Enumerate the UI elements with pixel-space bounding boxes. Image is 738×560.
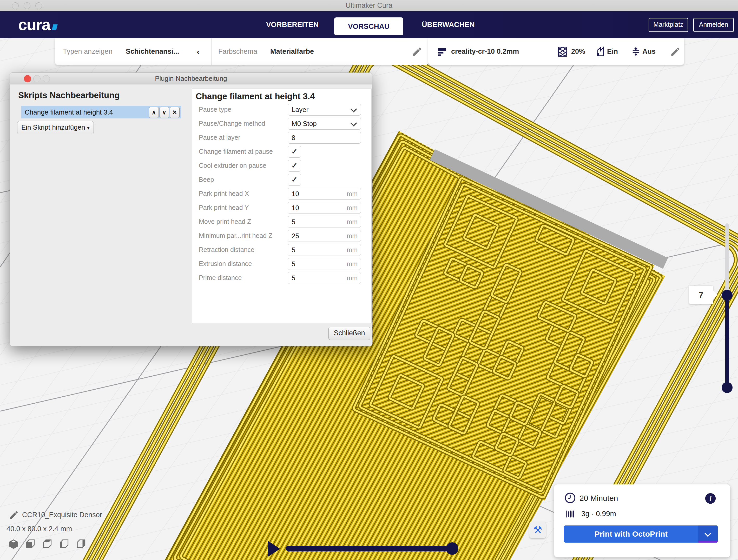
- minimum-park-z-input[interactable]: 25mm: [288, 230, 361, 242]
- pause-at-layer-input[interactable]: 8: [288, 132, 361, 144]
- layer-slider-lower-handle[interactable]: [722, 382, 733, 393]
- dialog-title: Plugin Nachbearbeitung: [10, 73, 372, 84]
- pause-type-select[interactable]: Layer: [288, 104, 361, 116]
- info-icon[interactable]: i: [705, 493, 716, 504]
- signin-button[interactable]: Anmelden: [693, 18, 734, 32]
- view-left-icon[interactable]: [58, 538, 70, 550]
- script-settings-panel: Change filament at height 3.4 Pause type…: [192, 89, 372, 324]
- field-row-retraction-distance: Retraction distance 5mm: [192, 244, 371, 255]
- beep-checkbox[interactable]: ✓: [288, 174, 301, 186]
- add-script-dropdown[interactable]: Ein Skript hinzufügen ▾: [17, 121, 94, 134]
- field-row-prime-distance: Prime distance 5mm: [192, 272, 371, 284]
- field-row-move-z: Move print head Z 5mm: [192, 216, 371, 227]
- clock-icon: [565, 492, 576, 504]
- scheme-value-dropdown[interactable]: Materialfarbe: [270, 38, 314, 65]
- scripts-heading: Skripts Nachbearbeitung: [18, 90, 120, 100]
- path-slider-track[interactable]: [286, 546, 453, 551]
- field-label: Park print head Y: [199, 202, 249, 213]
- field-label: Cool extruder on pause: [199, 160, 266, 171]
- adhesion-value: Aus: [642, 38, 656, 65]
- chevron-down-icon: [350, 106, 357, 112]
- view-top-icon[interactable]: [42, 538, 53, 550]
- model-size: 40.0 x 80.0 x 2.4 mm: [6, 525, 72, 533]
- field-row-minimum-park-z: Minimum par...rint head Z 25mm: [192, 230, 371, 241]
- park-x-input[interactable]: 10mm: [288, 188, 361, 200]
- view-front-icon[interactable]: [25, 538, 36, 550]
- collapse-panel-icon[interactable]: ‹: [197, 38, 200, 65]
- cool-extruder-checkbox[interactable]: ✓: [288, 160, 301, 172]
- print-options-dropdown[interactable]: [698, 525, 718, 543]
- layer-number-tooltip: 7: [689, 286, 713, 304]
- field-label: Beep: [199, 174, 214, 185]
- move-script-down-button[interactable]: ∨: [159, 107, 169, 118]
- park-y-input[interactable]: 10mm: [288, 202, 361, 214]
- chevron-down-icon: [705, 530, 711, 537]
- toolbar-divider: [211, 38, 212, 65]
- view-3d-icon[interactable]: [8, 538, 19, 550]
- view-right-icon[interactable]: [75, 538, 87, 550]
- material-estimate: 3g · 0.99m: [581, 510, 616, 518]
- infill-value: 20%: [571, 38, 585, 65]
- field-label: Pause at layer: [199, 132, 240, 143]
- field-row-cool-extruder: Cool extruder on pause ✓: [192, 160, 371, 171]
- scheme-label: Farbschema: [218, 38, 257, 65]
- post-processing-dialog: Plugin Nachbearbeitung Skripts Nachbearb…: [10, 72, 372, 346]
- edit-colorscheme-pencil-icon[interactable]: [412, 46, 422, 57]
- tab-vorbereiten[interactable]: VORBEREITEN: [263, 11, 322, 38]
- layer-slider-range[interactable]: [725, 295, 729, 388]
- field-row-pause-type: Pause type Layer: [192, 104, 371, 115]
- field-row-beep: Beep ✓: [192, 174, 371, 185]
- print-with-octoprint-button[interactable]: Print with OctoPrint: [564, 525, 718, 543]
- field-label: Pause/Change method: [199, 118, 265, 129]
- field-label: Prime distance: [199, 272, 242, 284]
- path-slider-handle[interactable]: [446, 542, 458, 555]
- dialog-titlebar[interactable]: Plugin Nachbearbeitung: [10, 73, 372, 84]
- chevron-down-icon: [350, 120, 357, 126]
- model-name: CCR10_Exquisite Densor: [22, 511, 102, 519]
- print-time-estimate: 20 Minuten: [580, 494, 618, 503]
- play-icon[interactable]: [268, 541, 280, 557]
- move-z-input[interactable]: 5mm: [288, 216, 361, 228]
- print-button-label: Print with OctoPrint: [564, 525, 698, 543]
- print-settings-card[interactable]: creality-cr-10 0.2mm 20% Ein Aus: [428, 38, 684, 65]
- rename-model-pencil-icon[interactable]: [9, 510, 19, 520]
- type-value-dropdown[interactable]: Schichtenansi...: [126, 38, 179, 65]
- print-button-accent: [698, 541, 718, 543]
- view-options-card: Typen anzeigen Schichtenansi... ‹ Farbsc…: [55, 38, 428, 65]
- change-filament-checkbox[interactable]: ✓: [288, 146, 301, 158]
- marketplace-button[interactable]: Marktplatz: [649, 18, 688, 32]
- cura-logo-dot: [52, 24, 57, 30]
- field-row-park-y: Park print head Y 10mm: [192, 202, 371, 213]
- support-icon: [595, 46, 606, 57]
- edit-settings-pencil-icon[interactable]: [670, 46, 681, 57]
- field-label: Move print head Z: [199, 216, 251, 227]
- remove-script-button[interactable]: ✕: [170, 107, 179, 118]
- filament-icon: [566, 509, 576, 519]
- field-label: Retraction distance: [199, 244, 255, 255]
- field-row-change-filament: Change filament at pause ✓: [192, 146, 371, 157]
- retraction-distance-input[interactable]: 5mm: [288, 244, 361, 256]
- dropdown-arrow-icon: ▾: [87, 125, 90, 131]
- field-label: Change filament at pause: [199, 146, 273, 157]
- layer-slider-upper-handle[interactable]: [722, 290, 733, 301]
- close-dialog-button[interactable]: Schließen: [328, 327, 370, 340]
- field-row-pause-method: Pause/Change method M0 Stop: [192, 118, 371, 129]
- window-titlebar: Ultimaker Cura: [0, 0, 738, 11]
- move-script-up-button[interactable]: ∧: [149, 107, 159, 118]
- print-job-panel: 20 Minuten 3g · 0.99m i Print with OctoP…: [554, 484, 730, 557]
- octoprint-tools-button[interactable]: ⚒: [529, 522, 546, 538]
- pause-method-select[interactable]: M0 Stop: [288, 118, 361, 130]
- script-settings-heading: Change filament at height 3.4: [196, 91, 315, 101]
- layer-height-icon: [437, 46, 447, 57]
- tab-vorschau[interactable]: VORSCHAU: [334, 17, 403, 35]
- window-title: Ultimaker Cura: [0, 2, 738, 10]
- tab-ueberwachen[interactable]: ÜBERWACHEN: [416, 11, 481, 38]
- prime-distance-input[interactable]: 5mm: [288, 272, 361, 284]
- script-item-label: Change filament at height 3.4: [21, 108, 113, 116]
- field-label: Park print head X: [199, 188, 249, 199]
- field-label: Minimum par...rint head Z: [199, 230, 272, 241]
- field-label: Extrusion distance: [199, 258, 252, 269]
- printer-profile-value: creality-cr-10 0.2mm: [451, 38, 519, 65]
- extrusion-distance-input[interactable]: 5mm: [288, 258, 361, 270]
- script-list-item-selected[interactable]: Change filament at height 3.4 ∧ ∨ ✕: [21, 106, 181, 118]
